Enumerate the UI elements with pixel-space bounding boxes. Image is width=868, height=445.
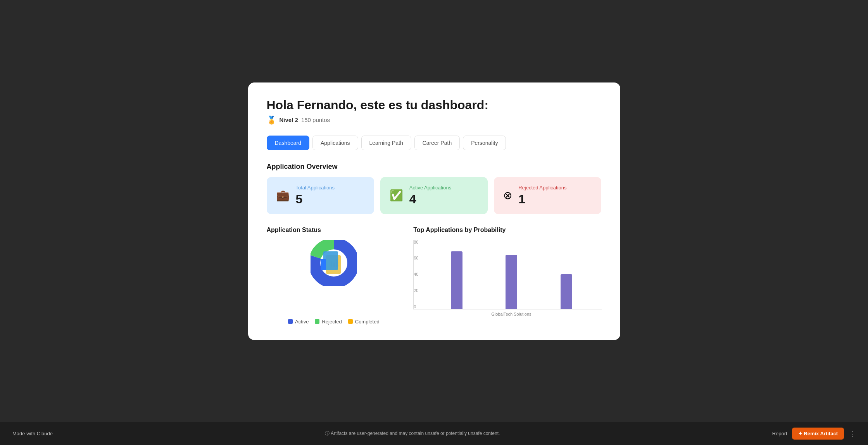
- stack-icon: [318, 244, 349, 278]
- total-value: 5: [296, 192, 335, 206]
- x-labels: GlobalTech Solutions: [413, 309, 601, 316]
- footer: Made with Claude ⓘ Artifacts are user-ge…: [0, 422, 868, 445]
- active-value: 4: [409, 192, 451, 206]
- y-label-20: 20: [414, 288, 418, 293]
- disclaimer-text: ⓘ Artifacts are user-generated and may c…: [325, 430, 500, 437]
- made-with-label: Made with Claude: [12, 431, 53, 436]
- tab-career-path[interactable]: Career Path: [414, 136, 460, 150]
- bar-globaltech: [451, 251, 462, 309]
- footer-actions: Report ✦ Remix Artifact ⋮: [772, 428, 856, 440]
- y-label-60: 60: [414, 256, 418, 260]
- stats-row: 💼 Total Applications 5 ✅ Active Applicat…: [267, 177, 602, 214]
- bar-group-3: [539, 274, 594, 309]
- level-label: Nivel 2: [280, 117, 298, 123]
- bar-group-2: [484, 255, 539, 309]
- main-card: Hola Fernando, este es tu dashboard: 🏅 N…: [248, 82, 620, 340]
- bar-group-1: [429, 251, 484, 309]
- medal-icon: 🏅: [267, 115, 276, 125]
- bottom-section: Application Status 📊: [267, 227, 602, 325]
- legend-active: Active: [288, 319, 309, 325]
- legend-rejected: Rejected: [315, 319, 342, 325]
- legend-completed: Completed: [348, 319, 380, 325]
- x-circle-icon: ⊗: [503, 189, 512, 202]
- legend-rejected-label: Rejected: [322, 319, 342, 325]
- level-row: 🏅 Nivel 2 150 puntos: [267, 115, 602, 125]
- stat-active: ✅ Active Applications 4: [380, 177, 488, 214]
- stat-total: 💼 Total Applications 5: [267, 177, 374, 214]
- bar-solutions: [506, 255, 517, 309]
- remix-button[interactable]: ✦ Remix Artifact: [792, 428, 844, 440]
- legend-completed-label: Completed: [355, 319, 380, 325]
- bar-chart: 0 20 40 60 80: [413, 240, 601, 316]
- app-status-section: Application Status 📊: [267, 227, 401, 325]
- pie-chart-area: 📊 Active: [267, 240, 401, 325]
- rejected-value: 1: [518, 192, 566, 206]
- top-apps-section: Top Applications by Probability 0 20 40 …: [413, 227, 601, 325]
- active-label: Active Applications: [409, 185, 451, 191]
- check-icon: ✅: [390, 189, 403, 202]
- total-label: Total Applications: [296, 185, 335, 191]
- svg-rect-6: [321, 259, 326, 270]
- y-label-40: 40: [414, 272, 418, 277]
- disclaimer: ⓘ Artifacts are user-generated and may c…: [325, 430, 500, 437]
- tab-applications[interactable]: Applications: [312, 136, 358, 150]
- overview-title: Application Overview: [267, 163, 602, 171]
- stat-rejected: ⊗ Rejected Applications 1: [494, 177, 601, 214]
- legend-dot-rejected: [315, 319, 319, 324]
- y-axis: 0 20 40 60 80: [414, 240, 420, 309]
- tab-personality[interactable]: Personality: [463, 136, 506, 150]
- pie-legend: Active Rejected Completed: [288, 319, 380, 325]
- y-label-0: 0: [414, 304, 418, 309]
- bar-third: [561, 274, 572, 309]
- legend-dot-completed: [348, 319, 353, 324]
- tab-bar: Dashboard Applications Learning Path Car…: [267, 136, 602, 150]
- report-button[interactable]: Report: [772, 431, 787, 436]
- tab-learning-path[interactable]: Learning Path: [361, 136, 411, 150]
- top-apps-title: Top Applications by Probability: [413, 227, 601, 234]
- x-label-center: GlobalTech Solutions: [484, 312, 539, 316]
- legend-dot-active: [288, 319, 293, 324]
- more-options-button[interactable]: ⋮: [849, 430, 856, 438]
- x-label-3: [539, 312, 594, 316]
- tab-dashboard[interactable]: Dashboard: [267, 136, 310, 150]
- x-label-1: [429, 312, 484, 316]
- y-label-80: 80: [414, 240, 418, 244]
- points-label: 150 puntos: [301, 117, 330, 123]
- legend-active-label: Active: [295, 319, 309, 325]
- briefcase-icon: 💼: [276, 189, 290, 202]
- bar-chart-inner: 0 20 40 60 80: [413, 240, 601, 309]
- greeting-title: Hola Fernando, este es tu dashboard:: [267, 98, 602, 112]
- app-status-title: Application Status: [267, 227, 401, 234]
- rejected-label: Rejected Applications: [518, 185, 566, 191]
